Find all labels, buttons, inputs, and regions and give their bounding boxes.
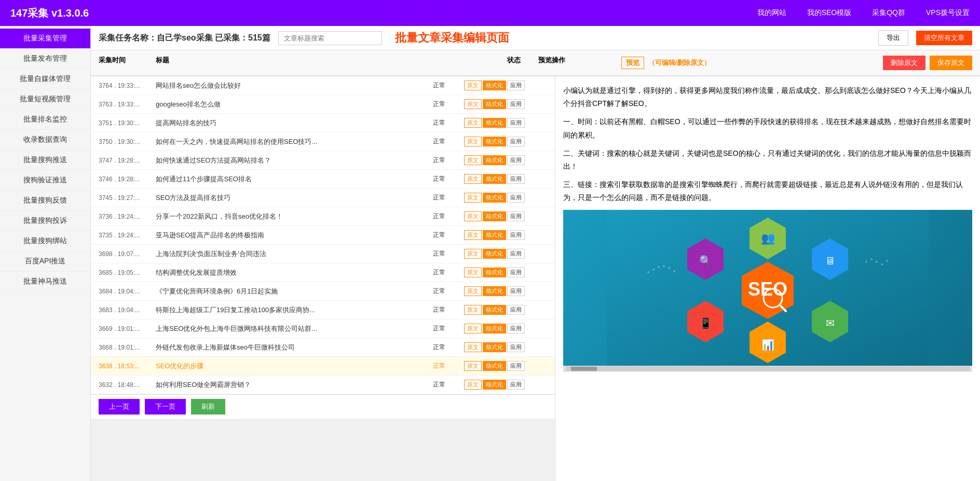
del-original-button[interactable]: 删除原文 [883, 56, 925, 70]
btn-apply[interactable]: 应用 [507, 286, 525, 296]
btn-apply[interactable]: 应用 [507, 81, 525, 90]
btn-apply[interactable]: 应用 [507, 174, 525, 184]
sidebar-item-batch-media[interactable]: 批量自媒体管理 [0, 69, 90, 89]
btn-original[interactable]: 原文 [464, 211, 482, 221]
table-row[interactable]: 3764 . 19:33:... 网站排名seo怎么做会比较好 正常 原文 格式… [91, 76, 555, 95]
table-row[interactable]: 3751 . 19:30:... 提高网站排名的技巧 正常 原文 格式化 应用 [91, 114, 555, 132]
next-page-button[interactable]: 下一页 [145, 399, 186, 415]
btn-original[interactable]: 原文 [464, 81, 482, 90]
btn-apply[interactable]: 应用 [507, 230, 525, 240]
btn-apply[interactable]: 应用 [507, 99, 525, 109]
btn-format[interactable]: 格式化 [483, 174, 506, 184]
btn-original[interactable]: 原文 [464, 174, 482, 184]
table-row[interactable]: 3698 . 19:07:... 上海法院判决'负面压制业务'合同违法 正常 原… [91, 245, 555, 263]
btn-format[interactable]: 格式化 [483, 361, 506, 371]
nav-vps-settings[interactable]: VPS拨号设置 [926, 8, 970, 18]
btn-original[interactable]: 原文 [464, 99, 482, 109]
btn-original[interactable]: 原文 [464, 230, 482, 240]
sidebar-item-baidu-api[interactable]: 百度API推送 [0, 251, 90, 272]
search-input[interactable] [278, 31, 382, 45]
btn-format[interactable]: 格式化 [483, 193, 506, 203]
sidebar-item-shenma-push[interactable]: 批量神马推送 [0, 272, 90, 292]
btn-format[interactable]: 格式化 [483, 137, 506, 146]
sidebar-item-batch-rank[interactable]: 批量排名监控 [0, 110, 90, 130]
btn-apply[interactable]: 应用 [507, 361, 525, 371]
article-status: 正常 [433, 156, 464, 165]
btn-original[interactable]: 原文 [464, 361, 482, 371]
btn-apply[interactable]: 应用 [507, 155, 525, 165]
btn-apply[interactable]: 应用 [507, 380, 525, 390]
btn-format[interactable]: 格式化 [483, 230, 506, 240]
btn-format[interactable]: 格式化 [483, 268, 506, 277]
btn-format[interactable]: 格式化 [483, 249, 506, 259]
btn-apply[interactable]: 应用 [507, 137, 525, 146]
content-area: 采集任务名称：自己学seo采集 已采集：515篇 批量文章采集编辑页面 导出 清… [91, 26, 980, 481]
sidebar-item-sougou-complaint[interactable]: 批量搜狗投诉 [0, 211, 90, 231]
save-original-button[interactable]: 保存原文 [930, 56, 972, 70]
sidebar-item-batch-collect[interactable]: 批量采集管理 [0, 29, 90, 49]
btn-apply[interactable]: 应用 [507, 305, 525, 315]
btn-format[interactable]: 格式化 [483, 286, 506, 296]
sidebar-item-sougou-feedback[interactable]: 批量搜狗反馈 [0, 191, 90, 211]
btn-format[interactable]: 格式化 [483, 155, 506, 165]
scrollbar-track[interactable] [566, 367, 970, 371]
prev-page-button[interactable]: 上一页 [99, 399, 140, 415]
btn-original[interactable]: 原文 [464, 380, 482, 390]
btn-original[interactable]: 原文 [464, 342, 482, 352]
table-row[interactable]: 3684 . 19:04:... 《宁夏优化营商环境条例》6月1日起实施 正常 … [91, 282, 555, 301]
btn-format[interactable]: 格式化 [483, 99, 506, 109]
btn-format[interactable]: 格式化 [483, 342, 506, 352]
btn-original[interactable]: 原文 [464, 305, 482, 315]
table-row[interactable]: 3638 . 18:53:... SEO优化的步骤 正常 原文 格式化 应用 [91, 357, 555, 376]
nav-seo-template[interactable]: 我的SEO模版 [807, 8, 852, 18]
article-time: 3747 . 19:28:... [99, 157, 156, 164]
btn-original[interactable]: 原文 [464, 324, 482, 333]
refresh-button[interactable]: 刷新 [191, 399, 225, 415]
btn-apply[interactable]: 应用 [507, 268, 525, 277]
btn-apply[interactable]: 应用 [507, 342, 525, 352]
table-row[interactable]: 3747 . 19:28:... 如何快速通过SEO方法提高网站排名？ 正常 原… [91, 151, 555, 170]
btn-format[interactable]: 格式化 [483, 211, 506, 221]
btn-original[interactable]: 原文 [464, 155, 482, 165]
sidebar-item-sougou-push[interactable]: 批量搜狗推送 [0, 150, 90, 170]
table-row[interactable]: 3683 . 19:04:... 特斯拉上海超级工厂19日复工推动100多家供应… [91, 301, 555, 319]
sidebar-item-batch-video[interactable]: 批量短视频管理 [0, 89, 90, 110]
btn-format[interactable]: 格式化 [483, 305, 506, 315]
nav-qq-group[interactable]: 采集QQ群 [872, 8, 905, 18]
btn-original[interactable]: 原文 [464, 249, 482, 259]
horizontal-scrollbar[interactable] [563, 366, 972, 372]
export-button[interactable]: 导出 [878, 30, 908, 46]
sidebar-item-sougou-verify[interactable]: 搜狗验证推送 [0, 170, 90, 191]
table-row[interactable]: 3668 . 19:01:... 外链代发包收录上海新媒体seo牛巨微科技公司 … [91, 338, 555, 357]
btn-apply[interactable]: 应用 [507, 118, 525, 128]
clear-all-button[interactable]: 清空所有文章 [916, 31, 972, 45]
btn-original[interactable]: 原文 [464, 268, 482, 277]
btn-format[interactable]: 格式化 [483, 324, 506, 333]
table-row[interactable]: 3669 . 19:01:... 上海SEO优化外包上海牛巨微网络科技有限公司站… [91, 319, 555, 338]
sidebar-item-batch-publish[interactable]: 批量发布管理 [0, 49, 90, 69]
scrollbar-thumb[interactable] [571, 367, 597, 371]
btn-apply[interactable]: 应用 [507, 324, 525, 333]
btn-original[interactable]: 原文 [464, 118, 482, 128]
btn-original[interactable]: 原文 [464, 286, 482, 296]
svg-point-2 [652, 269, 655, 271]
sidebar-item-record-query[interactable]: 收录数据查询 [0, 130, 90, 150]
table-row[interactable]: 3685 . 19:05:... 结构调整优化发展提质增效 正常 原文 格式化 … [91, 263, 555, 282]
table-row[interactable]: 3746 . 19:28:... 如何通过11个步骤提高SEO排名 正常 原文 … [91, 170, 555, 189]
table-row[interactable]: 3735 . 19:24:... 亚马逊SEO提高产品排名的终极指南 正常 原文… [91, 226, 555, 245]
table-row[interactable]: 3750 . 19:30:... 如何在一天之内，快速提高网站排名的使用SEO技… [91, 132, 555, 151]
table-row[interactable]: 3736 . 19:24:... 分享一个2022新风口，抖音seo优化排名！ … [91, 207, 555, 226]
btn-apply[interactable]: 应用 [507, 249, 525, 259]
nav-my-site[interactable]: 我的网站 [757, 8, 786, 18]
btn-format[interactable]: 格式化 [483, 380, 506, 390]
btn-apply[interactable]: 应用 [507, 193, 525, 203]
btn-apply[interactable]: 应用 [507, 211, 525, 221]
btn-format[interactable]: 格式化 [483, 81, 506, 90]
btn-original[interactable]: 原文 [464, 193, 482, 203]
table-row[interactable]: 3632 . 18:48:... 如何利用SEO做全网霸屏营销？ 正常 原文 格… [91, 376, 555, 394]
table-row[interactable]: 3745 . 19:27:... SEO方法及提高排名技巧 正常 原文 格式化 … [91, 189, 555, 207]
btn-format[interactable]: 格式化 [483, 118, 506, 128]
btn-original[interactable]: 原文 [464, 137, 482, 146]
table-row[interactable]: 3763 . 19:33:... googleseo排名怎么做 正常 原文 格式… [91, 95, 555, 114]
sidebar-item-sougou-bind[interactable]: 批量搜狗绑站 [0, 231, 90, 251]
